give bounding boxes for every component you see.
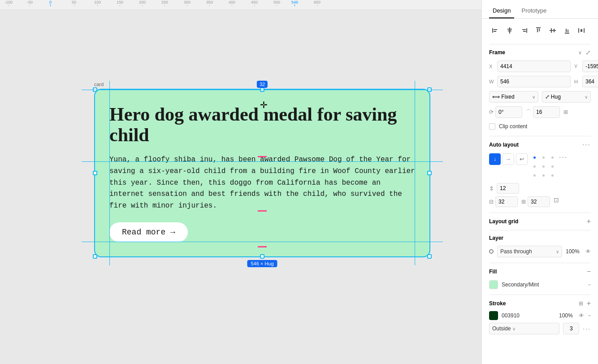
rotation-icon: ⟳ xyxy=(489,109,494,115)
dot-tl[interactable] xyxy=(530,153,538,161)
distribute-icon[interactable] xyxy=(575,24,588,37)
dot-bc[interactable] xyxy=(539,171,547,179)
stroke-hex: 003910 xyxy=(502,312,555,319)
padding-individual-icon[interactable]: ⊡ xyxy=(554,196,559,207)
panel-tabs: Design Prototype xyxy=(482,0,598,19)
auto-layout-dots[interactable]: ··· xyxy=(559,153,568,179)
stroke-section: Stroke ⊞ + 003910 100% 👁 − Outside ∨ xyxy=(489,299,591,334)
x-field-group: X xyxy=(489,61,571,72)
dot-tr[interactable] xyxy=(548,153,556,161)
ruler-mark: 150 xyxy=(117,0,123,6)
stroke-layout-icon[interactable]: ⊞ xyxy=(579,300,583,307)
w-field-group: W xyxy=(489,76,571,87)
tab-prototype[interactable]: Prototype xyxy=(518,4,550,18)
canvas-content: card 32 546 × Hug xyxy=(0,10,481,364)
visibility-toggle[interactable]: 👁 xyxy=(585,248,591,255)
dot-ml[interactable] xyxy=(530,162,538,170)
dot-mc[interactable] xyxy=(539,162,547,170)
expand-icon[interactable]: ∨ xyxy=(578,50,582,56)
dir-wrap-btn[interactable]: ↩ xyxy=(516,153,528,165)
align-left-icon[interactable] xyxy=(489,24,502,37)
divider-6 xyxy=(489,295,591,295)
width-mode-dropdown[interactable]: ⟺ Fixed ∨ xyxy=(489,91,538,103)
layout-grid-title: Layout grid xyxy=(489,218,518,225)
auto-layout-controls: ↓ → ↩ ··· xyxy=(489,153,591,179)
resize-icon[interactable]: ⤢ xyxy=(585,49,591,56)
guide-bottom xyxy=(82,242,443,242)
dot-br[interactable] xyxy=(548,171,556,179)
stroke-add[interactable]: + xyxy=(587,299,591,308)
clip-content-checkbox[interactable] xyxy=(489,123,495,130)
handle-mid-left[interactable] xyxy=(93,171,97,175)
w-input[interactable] xyxy=(497,76,571,87)
stroke-weight-input[interactable] xyxy=(563,323,579,334)
stroke-swatch[interactable] xyxy=(489,311,498,320)
dir-right-btn[interactable]: → xyxy=(503,153,514,165)
dot-tc[interactable] xyxy=(539,153,547,161)
align-middle-v-icon[interactable] xyxy=(546,24,559,37)
stroke-options-row: Outside ∨ ··· xyxy=(489,323,591,334)
auto-layout-menu[interactable]: ··· xyxy=(582,141,591,149)
y-input[interactable] xyxy=(582,61,598,72)
dot-bl[interactable] xyxy=(530,171,538,179)
align-center-h-icon[interactable] xyxy=(503,24,516,37)
size-label: 546 × Hug xyxy=(247,260,277,267)
stroke-visibility[interactable]: 👁 xyxy=(579,312,584,319)
svg-rect-1 xyxy=(494,29,497,30)
svg-rect-20 xyxy=(581,29,582,32)
fill-row-minus[interactable]: − xyxy=(588,282,591,288)
read-more-button[interactable]: Read more → xyxy=(109,222,188,242)
frame-section-title: Frame xyxy=(489,49,505,56)
padding-h-group: ⊟ xyxy=(489,196,518,207)
ruler-mark: 50 xyxy=(72,0,76,6)
align-right-icon[interactable] xyxy=(518,24,530,37)
svg-rect-13 xyxy=(551,28,552,33)
guide-content-bottom xyxy=(82,161,443,162)
dir-down-btn[interactable]: ↓ xyxy=(489,153,501,165)
stroke-position-dropdown[interactable]: Outside ∨ xyxy=(489,323,559,334)
align-bottom-icon[interactable] xyxy=(561,24,573,37)
padding-v-icon: ⊞ xyxy=(521,199,526,205)
fill-swatch[interactable] xyxy=(489,280,498,289)
handle-bottom-left[interactable] xyxy=(93,254,97,259)
handle-bottom-mid[interactable] xyxy=(260,254,264,259)
rotation-field: ⟳ xyxy=(489,106,522,118)
fill-header: Fill − xyxy=(489,268,591,276)
svg-rect-0 xyxy=(492,28,493,33)
stroke-more-options[interactable]: ··· xyxy=(583,325,591,332)
h-input[interactable] xyxy=(582,76,598,87)
gap-input[interactable] xyxy=(497,183,519,194)
handle-mid-right[interactable] xyxy=(427,171,432,175)
direction-icons: ↓ → ↩ xyxy=(489,153,528,179)
svg-rect-18 xyxy=(578,28,579,33)
corner-input[interactable] xyxy=(533,106,560,118)
height-mode-dropdown[interactable]: ⤢ Hug ∨ xyxy=(542,91,591,103)
padding-h-input[interactable] xyxy=(495,196,518,207)
handle-bottom-right[interactable] xyxy=(427,254,432,259)
corner-individual-field: ⊞ xyxy=(563,106,591,118)
x-input[interactable] xyxy=(497,61,571,72)
fill-minus[interactable]: − xyxy=(587,268,591,276)
ruler-mark: 600 xyxy=(314,0,321,6)
divider-5 xyxy=(489,263,591,263)
gap-icon: ⇕ xyxy=(489,185,494,192)
ruler-mark: 450 xyxy=(251,0,258,6)
ruler-mark: 300 xyxy=(184,0,191,6)
tab-design[interactable]: Design xyxy=(489,4,514,18)
blend-mode-dropdown[interactable]: Pass through ∨ xyxy=(497,246,562,257)
card-frame[interactable]: 32 546 × Hug Hero dog awarded medal for … xyxy=(94,89,430,257)
corner-individual-icon[interactable]: ⊞ xyxy=(563,109,568,115)
guide-right xyxy=(415,81,415,265)
stroke-minus[interactable]: − xyxy=(588,312,591,319)
svg-rect-16 xyxy=(566,29,567,32)
alignment-dot-grid xyxy=(530,153,556,179)
layout-grid-add[interactable]: + xyxy=(587,217,591,225)
ruler-mark: 100 xyxy=(94,0,101,6)
align-top-icon[interactable] xyxy=(532,24,545,37)
padding-v-input[interactable] xyxy=(528,196,550,207)
dot-mr[interactable] xyxy=(548,162,556,170)
stroke-position-chevron: ∨ xyxy=(512,326,516,331)
h-field-group: H xyxy=(574,76,598,87)
rotation-input[interactable] xyxy=(495,106,522,118)
ruler-top: -100 -50 0 50 100 150 200 250 300 350 40… xyxy=(0,0,481,10)
